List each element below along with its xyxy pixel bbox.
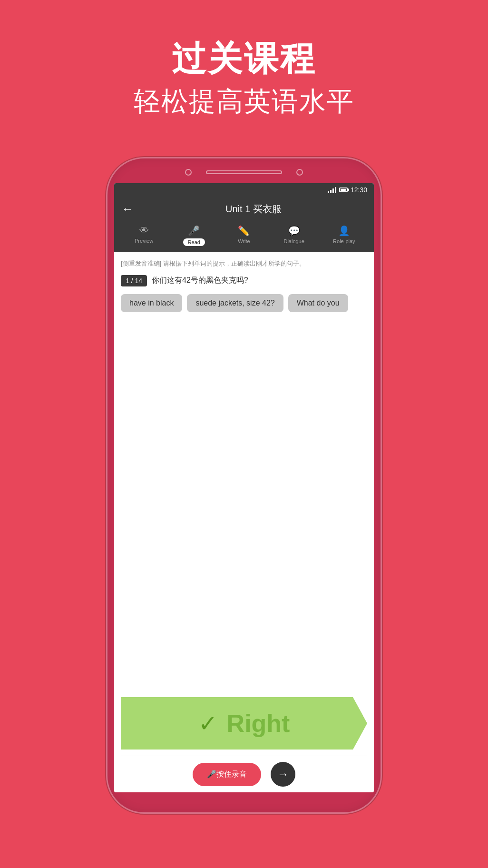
check-icon: ✓	[198, 710, 217, 737]
tab-preview-label: Preview	[135, 238, 153, 244]
tab-write-label: Write	[238, 238, 250, 244]
phone-speaker	[206, 170, 282, 174]
hero-title: 过关课程	[0, 38, 488, 79]
hero-subtitle: 轻松提高英语水平	[0, 84, 488, 120]
instruction-text: [侧重发音准确] 请根据下列单词的提示，正确读出刚才所学的句子。	[121, 259, 367, 268]
phone-sensor	[296, 169, 303, 176]
tab-read[interactable]: 🎤 Read	[182, 225, 206, 246]
content-area: [侧重发音准确] 请根据下列单词的提示，正确读出刚才所学的句子。 1 / 14 …	[114, 252, 374, 792]
chip-what-do-you[interactable]: What do you	[288, 294, 348, 312]
roleplay-icon: 👤	[338, 225, 350, 237]
question-row: 1 / 14 你们这有42号的黑色夹克吗?	[121, 275, 367, 286]
signal-icon	[328, 187, 336, 193]
tab-write[interactable]: ✏️ Write	[232, 225, 256, 246]
header-title: Unit 1 买衣服	[141, 203, 366, 216]
back-button[interactable]: ←	[122, 202, 133, 216]
app-header: ← Unit 1 买衣服	[114, 197, 374, 221]
hero-section: 过关课程 轻松提高英语水平	[0, 0, 488, 120]
record-button[interactable]: 🎤按住录音	[193, 763, 261, 786]
phone-screen: 12:30 ← Unit 1 买衣服 👁 Preview 🎤 Read ✏️ W…	[114, 183, 374, 792]
phone-top	[107, 158, 381, 183]
tab-dialogue-label: Dialogue	[283, 238, 304, 244]
status-bar: 12:30	[114, 183, 374, 197]
tab-roleplay[interactable]: 👤 Role-play	[332, 225, 356, 246]
chip-suede-jackets[interactable]: suede jackets, size 42?	[187, 294, 283, 312]
next-button[interactable]: →	[271, 762, 295, 787]
tab-preview[interactable]: 👁 Preview	[132, 225, 156, 246]
read-icon: 🎤	[188, 225, 200, 237]
phone-camera	[185, 169, 192, 176]
right-text: Right	[227, 709, 290, 738]
result-banner: ✓ Right	[121, 697, 367, 750]
tab-roleplay-label: Role-play	[333, 238, 355, 244]
bottom-bar: 🎤按住录音 →	[121, 756, 367, 792]
question-text: 你们这有42号的黑色夹克吗?	[152, 276, 248, 286]
dialogue-icon: 💬	[288, 225, 300, 237]
battery-icon	[339, 187, 348, 192]
preview-icon: 👁	[139, 225, 149, 236]
chip-have-in-black[interactable]: have in black	[121, 294, 182, 312]
question-badge: 1 / 14	[121, 275, 147, 286]
word-chips: have in black suede jackets, size 42? Wh…	[121, 294, 367, 312]
tab-dialogue[interactable]: 💬 Dialogue	[282, 225, 306, 246]
status-time: 12:30	[351, 186, 367, 194]
phone-shell: 12:30 ← Unit 1 买衣服 👁 Preview 🎤 Read ✏️ W…	[106, 157, 382, 814]
nav-tabs: 👁 Preview 🎤 Read ✏️ Write 💬 Dialogue 👤 R…	[114, 221, 374, 252]
write-icon: ✏️	[238, 225, 250, 237]
tab-read-label: Read	[183, 238, 205, 246]
